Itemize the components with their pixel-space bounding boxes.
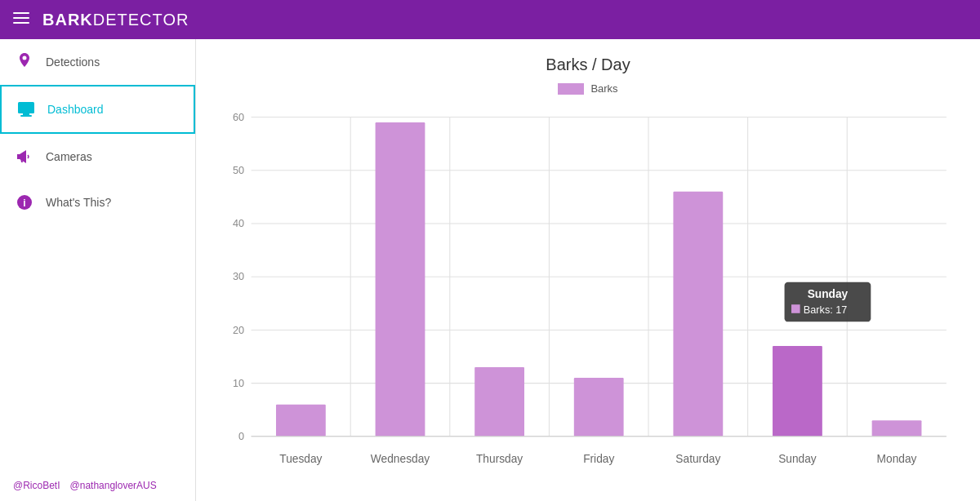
svg-text:60: 60 xyxy=(233,112,244,123)
svg-rect-40 xyxy=(872,420,922,437)
svg-rect-36 xyxy=(673,192,723,437)
footer-link-1[interactable]: @RicoBetI xyxy=(13,480,60,491)
info-icon: i xyxy=(13,191,36,214)
legend-color-box xyxy=(558,83,584,95)
content-area: Barks / Day Barks 0102030405060TuesdayWe… xyxy=(196,39,980,501)
svg-text:30: 30 xyxy=(233,271,244,282)
sidebar-item-whats-this[interactable]: i What's This? xyxy=(0,180,195,225)
svg-text:Friday: Friday xyxy=(583,453,614,465)
svg-text:Wednesday: Wednesday xyxy=(371,453,430,465)
sidebar-item-detections-label: Detections xyxy=(46,55,100,69)
svg-rect-38 xyxy=(773,346,822,437)
sidebar-item-dashboard[interactable]: Dashboard xyxy=(0,85,195,134)
svg-text:Sunday: Sunday xyxy=(778,453,817,465)
main-layout: Detections Dashboard xyxy=(0,39,980,501)
chart-title: Barks / Day xyxy=(212,55,964,74)
monitor-icon xyxy=(15,98,38,121)
svg-rect-28 xyxy=(276,405,326,437)
sidebar-item-whats-this-label: What's This? xyxy=(46,196,111,209)
svg-text:Monday: Monday xyxy=(877,453,917,465)
svg-rect-0 xyxy=(13,12,29,14)
svg-rect-4 xyxy=(23,113,29,115)
pin-icon xyxy=(13,51,36,73)
svg-text:Tuesday: Tuesday xyxy=(279,453,322,465)
svg-text:40: 40 xyxy=(233,218,244,229)
chart-legend: Barks xyxy=(212,82,964,95)
svg-text:0: 0 xyxy=(238,431,244,442)
sidebar-item-detections[interactable]: Detections xyxy=(0,39,195,85)
svg-rect-30 xyxy=(376,122,425,437)
svg-rect-1 xyxy=(13,17,29,19)
menu-icon[interactable] xyxy=(13,10,29,30)
svg-text:10: 10 xyxy=(233,378,244,389)
svg-rect-32 xyxy=(474,367,524,437)
svg-rect-2 xyxy=(13,22,29,24)
sidebar-item-cameras-label: Cameras xyxy=(46,150,92,163)
svg-text:50: 50 xyxy=(233,165,244,176)
sidebar-item-dashboard-label: Dashboard xyxy=(47,103,104,116)
svg-rect-45 xyxy=(791,304,800,313)
sidebar-item-cameras[interactable]: Cameras xyxy=(0,134,195,180)
chart-container: Barks / Day Barks 0102030405060TuesdayWe… xyxy=(196,39,980,501)
app-title: BARKDETECTOR xyxy=(42,11,189,29)
svg-text:Saturday: Saturday xyxy=(675,453,720,465)
svg-rect-34 xyxy=(574,378,624,437)
svg-text:Barks: 17: Barks: 17 xyxy=(804,304,848,316)
topbar: BARKDETECTOR xyxy=(0,0,980,39)
sidebar: Detections Dashboard xyxy=(0,39,196,501)
chart-area: 0102030405060TuesdayWednesdayThursdayFri… xyxy=(212,107,964,481)
megaphone-icon xyxy=(13,145,36,168)
footer-link-2[interactable]: @nathangloverAUS xyxy=(70,480,157,491)
svg-text:i: i xyxy=(23,197,25,209)
svg-text:20: 20 xyxy=(233,325,244,336)
sidebar-nav: Detections Dashboard xyxy=(0,39,195,470)
legend-label: Barks xyxy=(590,82,617,95)
svg-text:Sunday: Sunday xyxy=(808,288,849,300)
sidebar-footer: @RicoBetI @nathangloverAUS xyxy=(0,470,195,501)
svg-rect-3 xyxy=(18,102,34,113)
svg-rect-5 xyxy=(20,115,32,117)
svg-text:Thursday: Thursday xyxy=(476,453,523,465)
